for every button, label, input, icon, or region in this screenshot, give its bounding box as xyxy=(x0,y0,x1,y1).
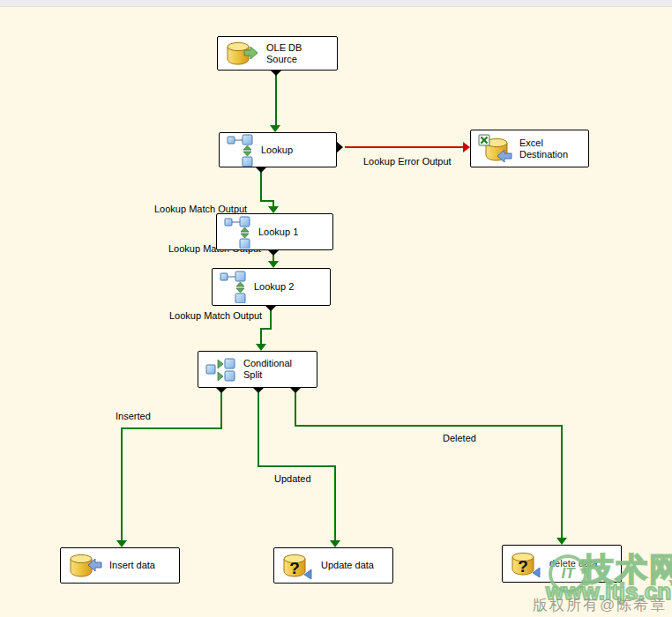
edge-label-updated: Updated xyxy=(274,473,311,484)
node-lookup[interactable]: Lookup xyxy=(219,132,337,167)
connector-deleted[interactable] xyxy=(295,425,563,427)
node-ole-db-source[interactable]: OLE DB Source xyxy=(217,36,338,71)
edge-label-inserted: Inserted xyxy=(116,411,151,421)
output-tab-icon xyxy=(255,167,267,173)
arrowhead-icon xyxy=(330,540,340,547)
error-output-tab-icon xyxy=(336,141,343,153)
oledb-destination-icon xyxy=(68,553,103,579)
watermark-copyright: 版权所有@陈希章 xyxy=(533,595,667,615)
connector-inserted[interactable] xyxy=(121,427,123,541)
oledb-command-icon: ? xyxy=(281,553,315,579)
output-tab-icon xyxy=(215,387,228,393)
output-tab-icon xyxy=(289,387,302,393)
excel-destination-icon xyxy=(478,134,513,164)
connector-lookup-error[interactable] xyxy=(345,146,464,148)
edge-label-lookup-match-output: Lookup Match Output xyxy=(169,310,262,321)
lookup-icon xyxy=(227,134,255,167)
node-label: Lookup 2 xyxy=(254,281,326,293)
edge-label-lookup-error-output: Lookup Error Output xyxy=(363,156,452,167)
output-tab-icon xyxy=(267,249,280,256)
node-label: Lookup 1 xyxy=(258,227,329,238)
node-insert-data[interactable]: Insert data xyxy=(60,547,180,584)
connector-inserted[interactable] xyxy=(121,427,222,429)
node-label: Lookup xyxy=(261,145,332,156)
top-strip xyxy=(0,0,672,7)
node-label: Insert data xyxy=(109,560,175,571)
arrowhead-icon xyxy=(270,125,280,132)
node-label: Update data xyxy=(321,560,389,571)
dataflow-design-surface: Lookup Error Output Lookup Match Output … xyxy=(0,0,672,617)
node-lookup-2[interactable]: Lookup 2 xyxy=(212,268,331,306)
node-delete-data[interactable]: ? delete data xyxy=(502,545,622,583)
connector-updated[interactable] xyxy=(334,465,336,541)
output-tab-icon xyxy=(252,387,265,393)
node-lookup-1[interactable]: Lookup 1 xyxy=(216,213,333,250)
connector-lookup2-to-split[interactable] xyxy=(260,328,262,345)
svg-text:?: ? xyxy=(289,559,300,577)
connector-updated[interactable] xyxy=(258,388,259,467)
node-label: Conditional Split xyxy=(243,358,313,380)
connector-deleted[interactable] xyxy=(295,388,296,427)
connector-source-to-lookup[interactable] xyxy=(275,71,277,125)
node-label: delete data xyxy=(549,558,617,569)
lookup-icon xyxy=(224,216,252,249)
arrowhead-icon xyxy=(268,261,279,268)
edge-label-deleted: Deleted xyxy=(443,433,476,443)
conditional-split-icon xyxy=(205,356,237,383)
arrowhead-icon xyxy=(268,206,279,213)
oledb-source-icon xyxy=(225,41,260,67)
node-label: Excel Destination xyxy=(519,138,585,160)
arrowhead-icon xyxy=(556,538,567,545)
node-conditional-split[interactable]: Conditional Split xyxy=(198,351,317,388)
node-excel-destination[interactable]: Excel Destination xyxy=(470,130,589,167)
lookup-icon xyxy=(220,271,248,303)
connector-updated[interactable] xyxy=(258,465,336,467)
node-update-data[interactable]: ? Update data xyxy=(273,547,393,584)
oledb-command-icon: ? xyxy=(510,551,543,577)
arrowhead-icon xyxy=(256,344,266,351)
output-tab-icon xyxy=(265,305,277,311)
node-label: OLE DB Source xyxy=(266,42,333,64)
arrowhead-icon xyxy=(116,540,127,547)
arrowhead-icon xyxy=(463,142,470,152)
connector-inserted[interactable] xyxy=(220,388,222,427)
connector-deleted[interactable] xyxy=(561,425,563,539)
svg-text:?: ? xyxy=(518,557,528,576)
output-tab-icon xyxy=(270,70,282,76)
